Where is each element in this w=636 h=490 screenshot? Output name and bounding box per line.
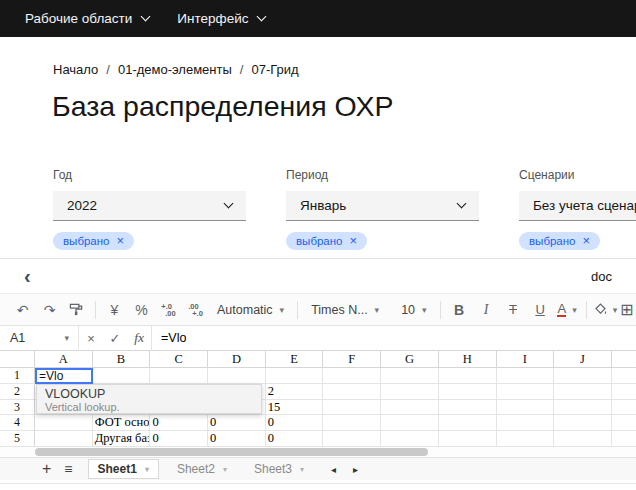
paint-format-icon[interactable] bbox=[63, 298, 90, 322]
grid-cell-E5[interactable]: 0 bbox=[266, 431, 324, 447]
grid-cell-B1[interactable] bbox=[93, 368, 151, 384]
filter-year-selected-tag[interactable]: выбрано × bbox=[53, 232, 134, 250]
prev-sheet-icon[interactable]: ◂ bbox=[331, 464, 336, 475]
grid-cell-G4[interactable] bbox=[381, 415, 439, 431]
grid-cell-E4[interactable]: 0 bbox=[266, 415, 324, 431]
grid-cell-J3[interactable] bbox=[554, 400, 612, 416]
currency-format-icon[interactable]: ¥ bbox=[101, 298, 128, 322]
nav-workspaces-menu[interactable]: Рабочие области bbox=[25, 11, 149, 26]
grid-cell-A5[interactable] bbox=[35, 431, 93, 447]
row-header-3[interactable]: 3 bbox=[0, 400, 35, 416]
column-header-I[interactable]: I bbox=[497, 351, 555, 368]
close-icon[interactable]: × bbox=[350, 236, 358, 246]
italic-icon[interactable]: I bbox=[473, 298, 500, 322]
grid-cell-I1[interactable] bbox=[497, 368, 555, 384]
column-header-J[interactable]: J bbox=[554, 351, 612, 368]
row-header-1[interactable]: 1 bbox=[0, 368, 35, 384]
cancel-edit-icon[interactable]: × bbox=[79, 331, 103, 346]
grid-cell-K5[interactable] bbox=[612, 431, 636, 447]
increase-decimal-icon[interactable]: .00+.0 bbox=[182, 298, 209, 322]
grid-cell-H3[interactable] bbox=[439, 400, 497, 416]
grid-cell-G1[interactable] bbox=[381, 368, 439, 384]
autocomplete-function-name[interactable]: VLOOKUP bbox=[45, 387, 261, 401]
grid-cell-C5[interactable]: 0 bbox=[150, 431, 208, 447]
tab-sheet2[interactable]: Sheet2 ▾ bbox=[168, 460, 236, 478]
grid-cell-E1[interactable] bbox=[266, 368, 324, 384]
number-format-dropdown[interactable]: Automatic ▾ bbox=[209, 303, 292, 317]
grid-corner[interactable] bbox=[0, 351, 35, 368]
grid-cell-C4[interactable]: 0 bbox=[150, 415, 208, 431]
grid-cell-H1[interactable] bbox=[439, 368, 497, 384]
filter-scenario-selected-tag[interactable]: выбрано × bbox=[519, 232, 600, 250]
breadcrumb-item-demo-elements[interactable]: 01-демо-элементы bbox=[118, 62, 232, 77]
grid-cell-J5[interactable] bbox=[554, 431, 612, 447]
grid-cell-F4[interactable] bbox=[323, 415, 381, 431]
text-color-dropdown[interactable]: A ▾ bbox=[554, 298, 581, 322]
decrease-decimal-icon[interactable]: +.0.00 bbox=[155, 298, 182, 322]
horizontal-scrollbar-thumb[interactable] bbox=[35, 448, 428, 456]
filter-year-select[interactable]: 2022 bbox=[53, 191, 246, 221]
filter-scenario-select[interactable]: Без учета сценария bbox=[519, 191, 636, 221]
grid-cell-J1[interactable] bbox=[554, 368, 612, 384]
grid-cell-I4[interactable] bbox=[497, 415, 555, 431]
grid-cell-B5[interactable]: Другая база bbox=[93, 431, 151, 447]
grid-cell-B4[interactable]: ФОТ основн bbox=[93, 415, 151, 431]
grid-cell-J2[interactable] bbox=[554, 384, 612, 400]
underline-icon[interactable]: U bbox=[527, 298, 554, 322]
add-sheet-button[interactable]: + bbox=[42, 462, 51, 476]
nav-interface-menu[interactable]: Интерфейс bbox=[177, 11, 265, 26]
grid-cell-A4[interactable] bbox=[35, 415, 93, 431]
column-header-D[interactable]: D bbox=[208, 351, 266, 368]
grid-cell-G5[interactable] bbox=[381, 431, 439, 447]
column-header-A[interactable]: A bbox=[35, 351, 93, 368]
column-header-K[interactable]: K bbox=[612, 351, 636, 368]
formula-autocomplete-popup[interactable]: VLOOKUP Vertical lookup. bbox=[36, 384, 262, 414]
back-icon[interactable]: ‹ bbox=[24, 267, 31, 285]
breadcrumb-item-grid[interactable]: 07-Грид bbox=[251, 62, 298, 77]
grid-cell-K3[interactable] bbox=[612, 400, 636, 416]
grid-cell-H2[interactable] bbox=[439, 384, 497, 400]
filter-period-select[interactable]: Январь bbox=[286, 191, 479, 221]
grid-cell-H4[interactable] bbox=[439, 415, 497, 431]
grid-cell-I3[interactable] bbox=[497, 400, 555, 416]
next-sheet-icon[interactable]: ▸ bbox=[353, 464, 358, 475]
tab-sheet1[interactable]: Sheet1 ▾ bbox=[88, 459, 159, 479]
grid-cell-D4[interactable]: 0 bbox=[208, 415, 266, 431]
grid-cell-E2[interactable]: 2 bbox=[266, 384, 324, 400]
grid-cell-K1[interactable] bbox=[612, 368, 636, 384]
formula-input[interactable]: =Vlo bbox=[152, 331, 186, 345]
percent-format-icon[interactable]: % bbox=[128, 298, 155, 322]
grid-cell-D5[interactable]: 0 bbox=[208, 431, 266, 447]
fill-color-dropdown[interactable]: ▾ bbox=[592, 298, 619, 322]
grid-cell-K4[interactable] bbox=[612, 415, 636, 431]
grid-cell-D1[interactable] bbox=[208, 368, 266, 384]
all-sheets-menu-icon[interactable]: ≡ bbox=[64, 461, 72, 477]
breadcrumb-item-home[interactable]: Начало bbox=[53, 62, 98, 77]
grid-cell-F3[interactable] bbox=[323, 400, 381, 416]
grid-cell-E3[interactable]: 15 bbox=[266, 400, 324, 416]
grid-cell-I5[interactable] bbox=[497, 431, 555, 447]
borders-dropdown[interactable]: ⊞ ▾ bbox=[619, 298, 636, 322]
grid-cell-F5[interactable] bbox=[323, 431, 381, 447]
column-header-G[interactable]: G bbox=[381, 351, 439, 368]
column-header-C[interactable]: C bbox=[150, 351, 208, 368]
column-header-B[interactable]: B bbox=[93, 351, 151, 368]
close-icon[interactable]: × bbox=[117, 236, 125, 246]
bold-icon[interactable]: B bbox=[446, 298, 473, 322]
font-size-dropdown[interactable]: 10 ▾ bbox=[393, 303, 434, 317]
grid-cell-C1[interactable] bbox=[150, 368, 208, 384]
confirm-edit-icon[interactable]: ✓ bbox=[103, 331, 127, 346]
undo-icon[interactable]: ↶ bbox=[9, 298, 36, 322]
grid-cell-J4[interactable] bbox=[554, 415, 612, 431]
grid-cell-K2[interactable] bbox=[612, 384, 636, 400]
insert-function-icon[interactable]: fx bbox=[127, 330, 151, 346]
grid-cell-G3[interactable] bbox=[381, 400, 439, 416]
active-cell-editor[interactable]: =Vlo bbox=[35, 368, 93, 384]
row-header-4[interactable]: 4 bbox=[0, 415, 35, 431]
row-header-5[interactable]: 5 bbox=[0, 431, 35, 447]
strikethrough-icon[interactable]: T bbox=[500, 298, 527, 322]
close-icon[interactable]: × bbox=[583, 236, 591, 246]
row-header-2[interactable]: 2 bbox=[0, 384, 35, 400]
cell-name-box[interactable]: A1 ▾ bbox=[0, 331, 78, 345]
grid-cell-H5[interactable] bbox=[439, 431, 497, 447]
